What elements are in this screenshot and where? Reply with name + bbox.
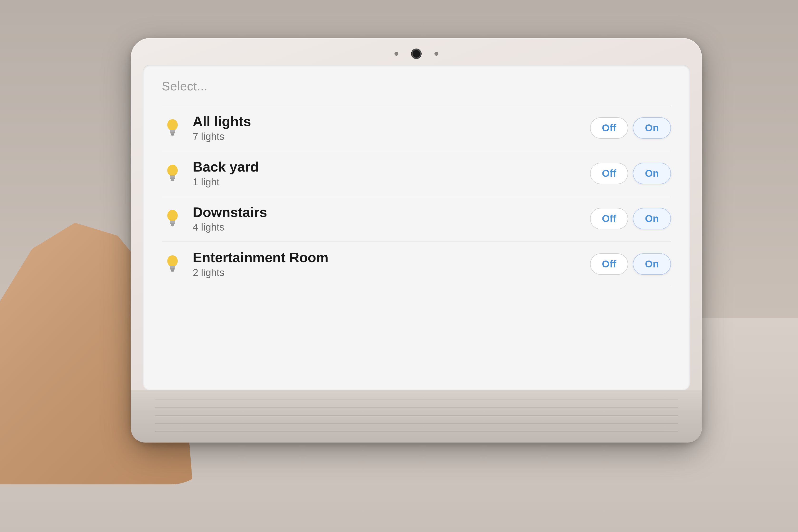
svg-rect-10: [170, 223, 175, 224]
svg-rect-14: [170, 268, 175, 270]
light-list: All lights 7 lights Off On: [162, 105, 671, 287]
toggle-group-entertainment-room: Off On: [590, 253, 671, 275]
item-name-entertainment-room: Entertainment Room: [193, 250, 581, 265]
on-button-back-yard[interactable]: On: [633, 163, 671, 184]
item-count-all-lights: 7 lights: [193, 131, 581, 142]
bulb-icon-entertainment-room: [162, 253, 183, 275]
on-button-downstairs[interactable]: On: [633, 208, 671, 229]
indicator-dot-right: [434, 52, 438, 56]
toggle-group-all-lights: Off On: [590, 117, 671, 139]
item-count-back-yard: 1 light: [193, 176, 581, 188]
bulb-icon-back-yard: [162, 163, 183, 184]
item-name-all-lights: All lights: [193, 114, 581, 129]
on-button-entertainment-room[interactable]: On: [633, 253, 671, 275]
screen-content: Select...: [143, 65, 690, 390]
device-screen: Select...: [143, 65, 690, 390]
item-info-all-lights: All lights 7 lights: [193, 114, 581, 142]
item-count-entertainment-room: 2 lights: [193, 267, 581, 278]
svg-point-12: [167, 255, 178, 267]
indicator-dot-left: [395, 52, 398, 56]
toggle-group-back-yard: Off On: [590, 163, 671, 184]
toggle-group-downstairs: Off On: [590, 208, 671, 229]
google-home-hub: Select...: [131, 38, 702, 442]
item-info-back-yard: Back yard 1 light: [193, 159, 581, 188]
svg-rect-2: [170, 132, 175, 133]
svg-point-8: [167, 210, 178, 221]
item-name-back-yard: Back yard: [193, 159, 581, 174]
svg-point-4: [167, 165, 178, 176]
on-button-all-lights[interactable]: On: [633, 117, 671, 139]
list-item-entertainment-room: Entertainment Room 2 lights Off On: [162, 242, 671, 287]
off-button-all-lights[interactable]: Off: [590, 117, 628, 139]
grille-line-4: [155, 423, 678, 424]
svg-rect-6: [170, 177, 175, 179]
off-button-downstairs[interactable]: Off: [590, 208, 628, 229]
item-info-entertainment-room: Entertainment Room 2 lights: [193, 250, 581, 278]
bulb-icon-downstairs: [162, 208, 183, 229]
device-body: Select...: [131, 38, 702, 442]
list-item-downstairs: Downstairs 4 lights Off On: [162, 196, 671, 242]
speaker-base: [131, 390, 702, 442]
bulb-icon-all-lights: [162, 117, 183, 139]
grille-line-2: [155, 407, 678, 407]
camera-lens: [413, 50, 420, 58]
off-button-back-yard[interactable]: Off: [590, 163, 628, 184]
item-info-downstairs: Downstairs 4 lights: [193, 205, 581, 233]
svg-point-0: [167, 119, 178, 131]
svg-rect-9: [170, 221, 175, 223]
svg-rect-5: [170, 175, 175, 178]
grille-line-1: [155, 399, 678, 399]
camera-bar: [143, 50, 690, 65]
list-item-all-lights: All lights 7 lights Off On: [162, 105, 671, 151]
item-name-downstairs: Downstairs: [193, 205, 581, 220]
item-count-downstairs: 4 lights: [193, 222, 581, 233]
select-label: Select...: [162, 79, 671, 93]
grille-line-5: [155, 431, 678, 432]
svg-rect-13: [170, 266, 175, 268]
svg-rect-1: [170, 130, 175, 132]
speaker-grille: [155, 395, 678, 435]
grille-line-3: [155, 415, 678, 416]
list-item-back-yard: Back yard 1 light Off On: [162, 151, 671, 196]
off-button-entertainment-room[interactable]: Off: [590, 253, 628, 275]
